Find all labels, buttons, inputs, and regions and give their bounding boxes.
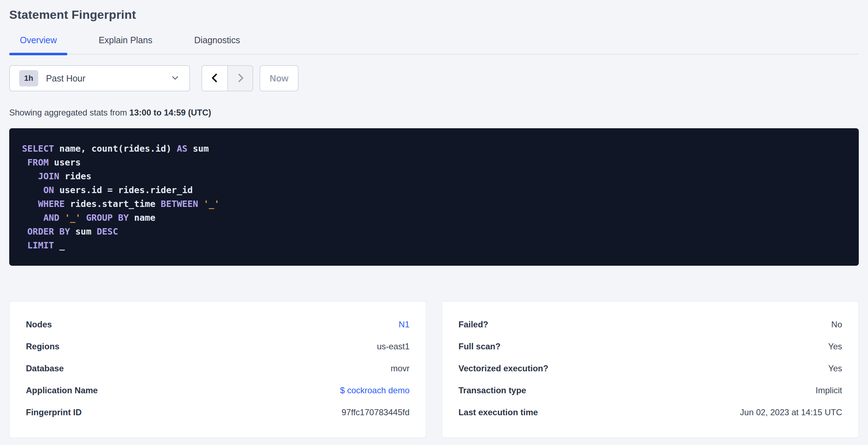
prev-time-button[interactable] — [202, 66, 227, 91]
detail-label: Full scan? — [458, 342, 501, 351]
sql-code-line: WHERE rides.start_time BETWEEN '_' — [22, 197, 846, 211]
aggregated-stats-prefix: Showing aggregated stats from — [9, 108, 129, 117]
sql-code-line: SELECT name, count(rides.id) AS sum — [22, 142, 846, 156]
sql-code-line: LIMIT _ — [22, 238, 846, 252]
detail-value: 97ffc170783445fd — [341, 407, 410, 417]
sql-code-line: ON users.id = rides.rider_id — [22, 183, 846, 197]
detail-value: Yes — [828, 342, 842, 351]
detail-row: Last execution timeJun 02, 2023 at 14:15… — [458, 401, 842, 423]
detail-value: movr — [391, 364, 410, 373]
detail-row: Failed?No — [458, 314, 842, 336]
detail-value-link[interactable]: $ cockroach demo — [340, 385, 410, 395]
detail-value: Yes — [828, 364, 842, 373]
aggregated-stats-range: 13:00 to 14:59 (UTC) — [129, 108, 211, 117]
sql-code-line: JOIN rides — [22, 169, 846, 183]
detail-label: Last execution time — [458, 407, 538, 417]
detail-row: Application Name$ cockroach demo — [26, 379, 410, 401]
detail-value-link[interactable]: N1 — [399, 320, 410, 329]
detail-label: Nodes — [26, 320, 52, 329]
detail-row: Vectorized execution?Yes — [458, 357, 842, 379]
summary-cards: NodesN1Regionsus-east1DatabasemovrApplic… — [9, 301, 859, 438]
sql-statement-code: SELECT name, count(rides.id) AS sum FROM… — [22, 142, 846, 252]
detail-label: Failed? — [458, 320, 488, 329]
statement-fingerprint-page: Statement Fingerprint Overview Explain P… — [0, 0, 868, 438]
execution-attributes-card: Failed?NoFull scan?YesVectorized executi… — [442, 301, 859, 438]
detail-label: Vectorized execution? — [458, 364, 548, 373]
tab-diagnostics[interactable]: Diagnostics — [184, 35, 251, 54]
sql-code-line: AND '_' GROUP BY name — [22, 211, 846, 225]
sql-code-line: FROM users — [22, 156, 846, 169]
chevron-down-icon — [170, 73, 180, 84]
detail-value: us-east1 — [377, 342, 410, 351]
now-button[interactable]: Now — [260, 65, 299, 91]
detail-row: Databasemovr — [26, 357, 410, 379]
tab-bar: Overview Explain Plans Diagnostics — [9, 35, 859, 55]
tab-explain-plans[interactable]: Explain Plans — [88, 35, 163, 54]
detail-row: Transaction typeImplicit — [458, 379, 842, 401]
detail-row: Fingerprint ID97ffc170783445fd — [26, 401, 410, 423]
time-controls: 1h Past Hour Now — [9, 65, 859, 91]
detail-value: Jun 02, 2023 at 14:15 UTC — [740, 407, 842, 417]
next-time-button[interactable] — [227, 66, 252, 91]
detail-label: Fingerprint ID — [26, 407, 82, 417]
sql-statement-box: SELECT name, count(rides.id) AS sum FROM… — [9, 128, 859, 266]
detail-value: Implicit — [816, 385, 842, 395]
tab-overview[interactable]: Overview — [9, 35, 67, 54]
chevron-right-icon — [235, 73, 246, 84]
detail-row: Regionsus-east1 — [26, 336, 410, 357]
detail-label: Application Name — [26, 385, 98, 395]
detail-label: Database — [26, 364, 64, 373]
chevron-left-icon — [210, 73, 220, 84]
aggregated-stats-text: Showing aggregated stats from 13:00 to 1… — [9, 108, 859, 118]
time-range-dropdown[interactable]: 1h Past Hour — [9, 65, 190, 91]
detail-value: No — [831, 320, 842, 329]
page-title: Statement Fingerprint — [9, 0, 859, 22]
time-range-badge: 1h — [19, 70, 38, 86]
time-range-selected-label: Past Hour — [46, 73, 85, 84]
detail-label: Transaction type — [458, 385, 526, 395]
detail-row: Full scan?Yes — [458, 336, 842, 357]
detail-label: Regions — [26, 342, 60, 351]
statement-details-card: NodesN1Regionsus-east1DatabasemovrApplic… — [9, 301, 426, 438]
time-step-buttons — [201, 65, 253, 91]
detail-row: NodesN1 — [26, 314, 410, 336]
sql-code-line: ORDER BY sum DESC — [22, 225, 846, 238]
